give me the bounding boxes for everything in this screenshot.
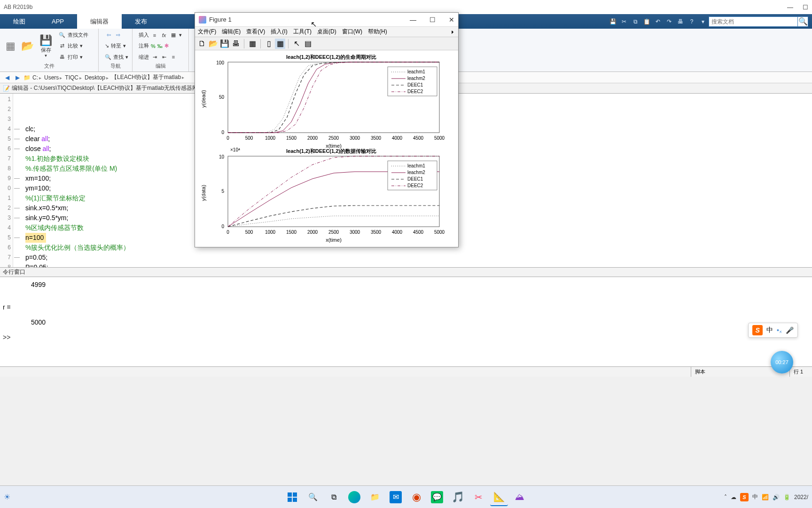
open-file-button[interactable]: 📂 xyxy=(18,30,37,63)
save-icon[interactable]: 💾 xyxy=(607,16,618,27)
find-button[interactable]: 🔍查找 ▾ xyxy=(103,53,127,61)
matlab-taskbar-icon[interactable]: 📐 xyxy=(490,488,508,506)
help-icon[interactable]: ? xyxy=(686,16,697,27)
cmd-output: 4999 xyxy=(3,281,809,288)
ime-lang[interactable]: 中 xyxy=(766,326,773,334)
tab-plot[interactable]: 绘图 xyxy=(0,14,39,29)
svg-text:2000: 2000 xyxy=(307,230,318,235)
edit-group-label: 编辑 xyxy=(135,63,186,71)
save-button[interactable]: 💾保存▼ xyxy=(37,30,55,63)
folder-up-icon[interactable]: 📁 xyxy=(23,74,31,81)
copy-icon[interactable]: ⧉ xyxy=(630,16,641,27)
crumb-tiqc[interactable]: TIQC xyxy=(65,74,83,81)
menu-tools[interactable]: 工具(T) xyxy=(293,28,312,36)
menu-window[interactable]: 窗口(W) xyxy=(342,28,362,36)
inspector-icon[interactable]: ▤ xyxy=(303,39,313,49)
print-figure-icon[interactable]: 🖶 xyxy=(231,39,241,49)
start-button[interactable] xyxy=(283,488,301,506)
matlab-figure-icon xyxy=(199,16,206,24)
qqmusic-icon[interactable]: 🎵 xyxy=(449,488,467,506)
tab-editor[interactable]: 编辑器 xyxy=(77,14,122,29)
search-taskbar-icon[interactable]: 🔍 xyxy=(304,488,322,506)
data-cursor-icon[interactable]: ▦ xyxy=(247,39,258,49)
maximize-button[interactable]: ☐ xyxy=(803,4,808,11)
menu-insert[interactable]: 插入(I) xyxy=(271,28,287,36)
menu-desktop[interactable]: 桌面(D) xyxy=(317,28,336,36)
svg-text:4500: 4500 xyxy=(413,135,424,141)
svg-text:DEEC1: DEEC1 xyxy=(407,82,423,87)
menu-overflow-icon[interactable]: ⏵ xyxy=(451,29,455,34)
forward-arrow-icon[interactable]: ▶ xyxy=(13,73,22,82)
cut-icon[interactable]: ✂ xyxy=(618,16,630,27)
paste-icon[interactable]: 📋 xyxy=(641,16,652,27)
goto-button[interactable]: ↘转至 ▾ xyxy=(103,42,127,50)
wechat-icon[interactable]: 💬 xyxy=(428,488,446,506)
ime-toolbar[interactable]: S 中 •ₓ 🎤 xyxy=(748,323,798,338)
back-arrow-icon[interactable]: ◀ xyxy=(3,73,11,82)
explorer-icon[interactable]: 📁 xyxy=(366,488,384,506)
figure-close-button[interactable]: ✕ xyxy=(449,16,454,24)
compare-button[interactable]: ⇄比较 ▾ xyxy=(57,42,90,50)
dropdown-icon[interactable]: ▾ xyxy=(697,16,709,27)
svg-text:500: 500 xyxy=(245,230,253,235)
nav-back-button[interactable]: ⇦⇨ xyxy=(103,31,127,40)
find-files-button[interactable]: 🔍查找文件 xyxy=(57,31,90,40)
print-icon[interactable]: 🖶 xyxy=(675,16,686,27)
figure-titlebar[interactable]: Figure 1 — ☐ ✕ xyxy=(195,13,458,27)
save-figure-icon[interactable]: 💾 xyxy=(219,39,230,49)
tray-wifi-icon[interactable]: 📶 xyxy=(762,494,769,500)
insert-button[interactable]: 插入 ≡ fx ▦▾ xyxy=(137,31,184,40)
figure-minimize-button[interactable]: — xyxy=(410,16,416,24)
timer-overlay[interactable]: 00:27 xyxy=(771,351,793,373)
tab-app[interactable]: APP xyxy=(39,14,77,29)
comment-button[interactable]: 注释 % ‰ ✻ xyxy=(137,42,184,50)
crumb-c[interactable]: C: xyxy=(32,74,42,81)
tray-chevron-icon[interactable]: ˄ xyxy=(724,494,727,500)
minimize-button[interactable]: — xyxy=(787,4,793,11)
indent-button[interactable]: 缩进 ⇥ ⇤ ≡ xyxy=(137,53,184,61)
menu-view[interactable]: 查看(V) xyxy=(246,28,265,36)
office-icon[interactable]: ◉ xyxy=(407,488,425,506)
open-figure-icon[interactable]: 📂 xyxy=(208,39,219,49)
svg-text:4000: 4000 xyxy=(392,230,403,235)
tray-clock[interactable]: 2022/ xyxy=(794,494,808,500)
colorbar-icon[interactable]: ▦ xyxy=(275,39,285,49)
tray-lang[interactable]: 中 xyxy=(752,493,758,501)
crumb-leach[interactable]: 【LEACH协议】基于matlab xyxy=(111,73,185,81)
svg-text:3000: 3000 xyxy=(350,230,360,235)
tray-volume-icon[interactable]: 🔊 xyxy=(773,494,780,500)
pointer-icon[interactable]: ↖ xyxy=(291,39,302,49)
menu-help[interactable]: 帮助(H) xyxy=(368,28,387,36)
tray-sogou-icon[interactable]: S xyxy=(740,493,749,501)
tray-onedrive-icon[interactable]: ☁ xyxy=(731,494,736,500)
search-icon[interactable]: 🔍 xyxy=(798,16,808,27)
svg-text:leach(1,2)和DEEC(1,2)的生命周期对比: leach(1,2)和DEEC(1,2)的生命周期对比 xyxy=(286,54,376,60)
weather-icon[interactable]: ☀ xyxy=(4,492,10,501)
svg-text:3000: 3000 xyxy=(350,135,360,141)
mail-icon[interactable]: ✉ xyxy=(387,488,405,506)
print-button[interactable]: 🖶打印 ▾ xyxy=(57,53,90,61)
link-icon[interactable]: ▯ xyxy=(264,39,274,49)
figure-menubar: 文件(F) 编辑(E) 查看(V) 插入(I) 工具(T) 桌面(D) 窗口(W… xyxy=(195,27,458,37)
snip-icon[interactable]: ✂ xyxy=(469,488,487,506)
crumb-desktop[interactable]: Desktop xyxy=(85,74,109,81)
new-file-button[interactable]: ▦ xyxy=(3,30,18,63)
tab-publish[interactable]: 发布 xyxy=(122,14,160,29)
tray-battery-icon[interactable]: 🔋 xyxy=(783,494,790,500)
redo-icon[interactable]: ↷ xyxy=(664,16,675,27)
undo-icon[interactable]: ↶ xyxy=(652,16,664,27)
crumb-users[interactable]: Users xyxy=(44,74,63,81)
edge-icon[interactable] xyxy=(345,488,363,506)
ime-symbol-icon[interactable]: •ₓ xyxy=(777,326,782,334)
taskview-icon[interactable]: ⧉ xyxy=(325,488,343,506)
figure-maximize-button[interactable]: ☐ xyxy=(429,16,436,24)
command-window[interactable]: 4999 r = 5000 >> xyxy=(0,277,812,366)
svg-text:4500: 4500 xyxy=(413,230,424,235)
new-figure-icon[interactable]: 🗋 xyxy=(197,39,207,49)
menu-file[interactable]: 文件(F) xyxy=(198,28,216,36)
ime-voice-icon[interactable]: 🎤 xyxy=(786,326,794,334)
figure-window[interactable]: Figure 1 — ☐ ✕ 文件(F) 编辑(E) 查看(V) 插入(I) 工… xyxy=(195,12,459,247)
app-purple-icon[interactable]: ⛰ xyxy=(511,488,529,506)
search-input[interactable] xyxy=(709,16,798,27)
menu-edit[interactable]: 编辑(E) xyxy=(222,28,241,36)
